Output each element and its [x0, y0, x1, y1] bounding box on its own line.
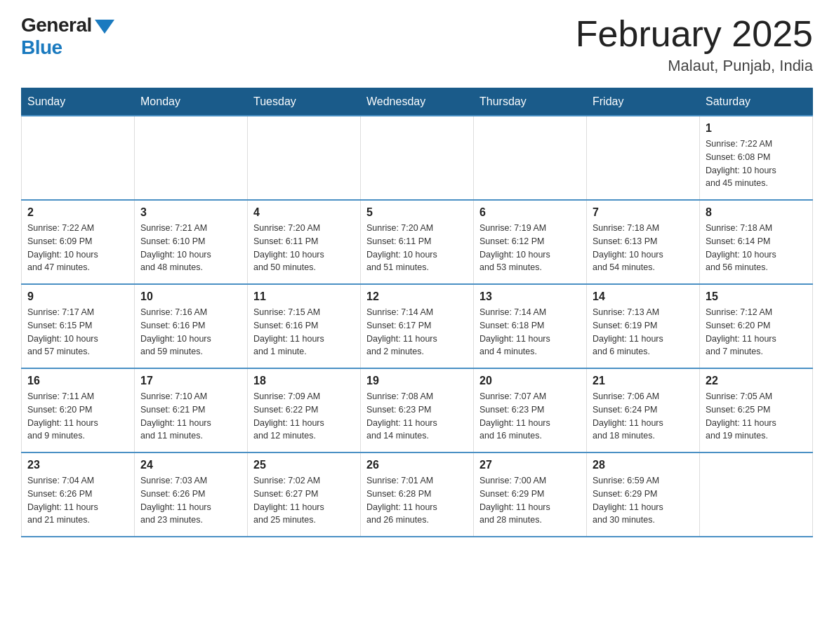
calendar-cell: 16Sunrise: 7:11 AMSunset: 6:20 PMDayligh…: [22, 368, 135, 452]
day-info: Sunrise: 7:21 AMSunset: 6:10 PMDaylight:…: [140, 222, 241, 274]
calendar-cell: 19Sunrise: 7:08 AMSunset: 6:23 PMDayligh…: [361, 368, 474, 452]
day-number: 23: [27, 459, 128, 471]
calendar-cell: 14Sunrise: 7:13 AMSunset: 6:19 PMDayligh…: [587, 284, 700, 368]
weekday-header-saturday: Saturday: [700, 88, 813, 116]
day-number: 10: [140, 290, 241, 303]
day-number: 18: [253, 375, 355, 387]
day-number: 5: [366, 206, 468, 219]
day-info: Sunrise: 7:02 AMSunset: 6:27 PMDaylight:…: [253, 474, 355, 527]
calendar-cell: 8Sunrise: 7:18 AMSunset: 6:14 PMDaylight…: [700, 200, 813, 284]
day-number: 24: [140, 459, 241, 471]
calendar-cell: 17Sunrise: 7:10 AMSunset: 6:21 PMDayligh…: [135, 368, 248, 452]
location-title: Malaut, Punjab, India: [576, 57, 813, 75]
month-title: February 2025: [576, 14, 813, 54]
page-header: General Blue February 2025 Malaut, Punja…: [21, 14, 813, 75]
logo-blue-text: Blue: [21, 36, 62, 59]
day-number: 9: [27, 290, 128, 303]
calendar-cell: 15Sunrise: 7:12 AMSunset: 6:20 PMDayligh…: [700, 284, 813, 368]
day-number: 22: [706, 375, 807, 387]
day-info: Sunrise: 7:01 AMSunset: 6:28 PMDaylight:…: [366, 474, 468, 527]
day-number: 4: [253, 206, 355, 219]
day-number: 3: [140, 206, 241, 219]
day-number: 27: [479, 459, 581, 471]
day-number: 7: [593, 206, 694, 219]
calendar-week-5: 23Sunrise: 7:04 AMSunset: 6:26 PMDayligh…: [22, 452, 813, 537]
day-info: Sunrise: 7:15 AMSunset: 6:16 PMDaylight:…: [253, 306, 355, 358]
calendar-cell: 13Sunrise: 7:14 AMSunset: 6:18 PMDayligh…: [474, 284, 587, 368]
weekday-header-monday: Monday: [135, 88, 248, 116]
calendar-cell: 5Sunrise: 7:20 AMSunset: 6:11 PMDaylight…: [361, 200, 474, 284]
day-info: Sunrise: 7:18 AMSunset: 6:14 PMDaylight:…: [706, 222, 807, 274]
day-number: 8: [706, 206, 807, 219]
day-number: 14: [593, 290, 694, 303]
calendar-cell: 24Sunrise: 7:03 AMSunset: 6:26 PMDayligh…: [135, 452, 248, 537]
day-info: Sunrise: 7:19 AMSunset: 6:12 PMDaylight:…: [479, 222, 581, 274]
weekday-header-row: SundayMondayTuesdayWednesdayThursdayFrid…: [22, 88, 813, 116]
logo-general-text: General: [21, 14, 92, 36]
day-number: 26: [366, 459, 468, 471]
calendar-cell: 1Sunrise: 7:22 AMSunset: 6:08 PMDaylight…: [700, 116, 813, 200]
day-number: 20: [479, 375, 581, 387]
title-block: February 2025 Malaut, Punjab, India: [576, 14, 813, 75]
day-info: Sunrise: 7:03 AMSunset: 6:26 PMDaylight:…: [140, 474, 241, 527]
calendar-cell: 9Sunrise: 7:17 AMSunset: 6:15 PMDaylight…: [22, 284, 135, 368]
day-number: 21: [593, 375, 694, 387]
day-info: Sunrise: 7:12 AMSunset: 6:20 PMDaylight:…: [706, 306, 807, 358]
logo: General Blue: [21, 14, 114, 59]
calendar-cell: 18Sunrise: 7:09 AMSunset: 6:22 PMDayligh…: [248, 368, 361, 452]
calendar-cell: 12Sunrise: 7:14 AMSunset: 6:17 PMDayligh…: [361, 284, 474, 368]
day-number: 16: [27, 375, 128, 387]
day-info: Sunrise: 7:08 AMSunset: 6:23 PMDaylight:…: [366, 390, 468, 443]
calendar-cell: 27Sunrise: 7:00 AMSunset: 6:29 PMDayligh…: [474, 452, 587, 537]
logo-triangle-icon: [95, 20, 114, 34]
weekday-header-tuesday: Tuesday: [248, 88, 361, 116]
day-number: 6: [479, 206, 581, 219]
calendar-week-4: 16Sunrise: 7:11 AMSunset: 6:20 PMDayligh…: [22, 368, 813, 452]
calendar-cell: 23Sunrise: 7:04 AMSunset: 6:26 PMDayligh…: [22, 452, 135, 537]
calendar-cell: 22Sunrise: 7:05 AMSunset: 6:25 PMDayligh…: [700, 368, 813, 452]
calendar-cell: 3Sunrise: 7:21 AMSunset: 6:10 PMDaylight…: [135, 200, 248, 284]
calendar-cell: 7Sunrise: 7:18 AMSunset: 6:13 PMDaylight…: [587, 200, 700, 284]
calendar-week-2: 2Sunrise: 7:22 AMSunset: 6:09 PMDaylight…: [22, 200, 813, 284]
calendar-cell: 2Sunrise: 7:22 AMSunset: 6:09 PMDaylight…: [22, 200, 135, 284]
calendar-cell: 21Sunrise: 7:06 AMSunset: 6:24 PMDayligh…: [587, 368, 700, 452]
calendar-cell: 26Sunrise: 7:01 AMSunset: 6:28 PMDayligh…: [361, 452, 474, 537]
calendar-cell: [135, 116, 248, 200]
day-number: 1: [706, 122, 807, 135]
day-info: Sunrise: 7:07 AMSunset: 6:23 PMDaylight:…: [479, 390, 581, 443]
day-number: 25: [253, 459, 355, 471]
calendar-week-3: 9Sunrise: 7:17 AMSunset: 6:15 PMDaylight…: [22, 284, 813, 368]
day-info: Sunrise: 7:17 AMSunset: 6:15 PMDaylight:…: [27, 306, 128, 358]
calendar-cell: [361, 116, 474, 200]
day-info: Sunrise: 7:22 AMSunset: 6:08 PMDaylight:…: [706, 137, 807, 190]
day-info: Sunrise: 7:20 AMSunset: 6:11 PMDaylight:…: [253, 222, 355, 274]
day-info: Sunrise: 7:16 AMSunset: 6:16 PMDaylight:…: [140, 306, 241, 358]
day-number: 28: [593, 459, 694, 471]
calendar-table: SundayMondayTuesdayWednesdayThursdayFrid…: [21, 88, 813, 537]
calendar-cell: [22, 116, 135, 200]
calendar-cell: 11Sunrise: 7:15 AMSunset: 6:16 PMDayligh…: [248, 284, 361, 368]
day-info: Sunrise: 7:00 AMSunset: 6:29 PMDaylight:…: [479, 474, 581, 527]
day-number: 12: [366, 290, 468, 303]
weekday-header-sunday: Sunday: [22, 88, 135, 116]
calendar-cell: [248, 116, 361, 200]
day-info: Sunrise: 7:20 AMSunset: 6:11 PMDaylight:…: [366, 222, 468, 274]
calendar-cell: [700, 452, 813, 537]
weekday-header-wednesday: Wednesday: [361, 88, 474, 116]
calendar-cell: 28Sunrise: 6:59 AMSunset: 6:29 PMDayligh…: [587, 452, 700, 537]
day-info: Sunrise: 7:14 AMSunset: 6:18 PMDaylight:…: [479, 306, 581, 358]
calendar-cell: [474, 116, 587, 200]
day-info: Sunrise: 7:09 AMSunset: 6:22 PMDaylight:…: [253, 390, 355, 443]
calendar-cell: 20Sunrise: 7:07 AMSunset: 6:23 PMDayligh…: [474, 368, 587, 452]
day-info: Sunrise: 6:59 AMSunset: 6:29 PMDaylight:…: [593, 474, 694, 527]
day-info: Sunrise: 7:10 AMSunset: 6:21 PMDaylight:…: [140, 390, 241, 443]
day-info: Sunrise: 7:18 AMSunset: 6:13 PMDaylight:…: [593, 222, 694, 274]
day-info: Sunrise: 7:04 AMSunset: 6:26 PMDaylight:…: [27, 474, 128, 527]
calendar-week-1: 1Sunrise: 7:22 AMSunset: 6:08 PMDaylight…: [22, 116, 813, 200]
day-number: 15: [706, 290, 807, 303]
day-info: Sunrise: 7:11 AMSunset: 6:20 PMDaylight:…: [27, 390, 128, 443]
day-info: Sunrise: 7:22 AMSunset: 6:09 PMDaylight:…: [27, 222, 128, 274]
day-number: 19: [366, 375, 468, 387]
day-info: Sunrise: 7:05 AMSunset: 6:25 PMDaylight:…: [706, 390, 807, 443]
day-number: 2: [27, 206, 128, 219]
